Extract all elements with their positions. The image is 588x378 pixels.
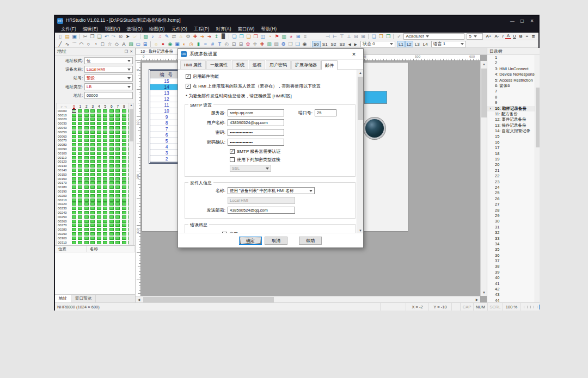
- bit-cell[interactable]: [109, 164, 114, 168]
- bit-cell[interactable]: [115, 190, 120, 193]
- font-size-combo[interactable]: 5: [467, 33, 483, 40]
- bit-cell[interactable]: [97, 114, 101, 117]
- bit-cell[interactable]: [115, 237, 120, 240]
- menu-item[interactable]: 选项(O): [124, 26, 145, 33]
- bit-cell[interactable]: [109, 202, 114, 206]
- keypad-icon[interactable]: ⊡: [230, 41, 237, 47]
- bit-cell[interactable]: [122, 131, 126, 134]
- bit-cell[interactable]: [97, 190, 101, 193]
- smtp-auth-checkbox[interactable]: ✓: [230, 149, 235, 154]
- image-icon[interactable]: ▨: [142, 33, 149, 40]
- bit-cell[interactable]: [122, 173, 126, 176]
- bit-cell[interactable]: [84, 156, 89, 159]
- bit-cell[interactable]: [115, 207, 120, 210]
- bit-cell[interactable]: [90, 122, 95, 125]
- bit-cell[interactable]: [97, 109, 101, 113]
- hand-icon[interactable]: ☞: [131, 33, 138, 40]
- bit-cell[interactable]: [84, 169, 89, 172]
- bit-cell[interactable]: [122, 109, 126, 113]
- bit-cell[interactable]: [122, 152, 126, 155]
- close-button[interactable]: ✕: [528, 17, 536, 24]
- bit-cell[interactable]: [122, 220, 126, 223]
- bit-cell[interactable]: [78, 228, 82, 231]
- layer-front-icon[interactable]: ❏: [370, 33, 377, 40]
- tree-item[interactable]: 14: 自定义报警记录: [487, 128, 535, 134]
- bit-cell[interactable]: [122, 181, 126, 184]
- tree-item[interactable]: 15: [487, 134, 535, 139]
- italic-button[interactable]: I: [500, 34, 505, 39]
- bit-cell[interactable]: [122, 126, 126, 129]
- menu-item[interactable]: 窗口(W): [235, 26, 258, 33]
- dialog-scrollbar[interactable]: ▲ ▼: [357, 70, 363, 234]
- align-bottom-icon[interactable]: ⊥: [345, 33, 352, 40]
- bit-cell[interactable]: [84, 237, 89, 240]
- bit-cell[interactable]: [72, 194, 76, 197]
- bit-cell[interactable]: [90, 181, 95, 184]
- state-next-button[interactable]: ▶: [353, 41, 359, 47]
- bit-cell[interactable]: [109, 126, 114, 129]
- window-teal-icon[interactable]: ❐: [238, 33, 245, 40]
- bit-cell[interactable]: [115, 215, 120, 219]
- align-top-icon[interactable]: ⊤: [338, 33, 345, 40]
- bit-cell[interactable]: [115, 109, 120, 113]
- bit-cell[interactable]: [103, 202, 107, 206]
- led-icon[interactable]: ●: [160, 41, 167, 47]
- bit-cell[interactable]: [103, 190, 107, 193]
- bit-cell[interactable]: [78, 232, 82, 236]
- histogram-icon[interactable]: ▥: [266, 41, 273, 47]
- bit-cell[interactable]: [97, 241, 101, 244]
- curve-icon[interactable]: ⌒: [71, 41, 78, 47]
- star-icon[interactable]: ☆: [106, 41, 113, 47]
- bit-cell[interactable]: [97, 237, 101, 240]
- scroll-left-icon[interactable]: ◀: [136, 296, 142, 303]
- bit-cell[interactable]: [122, 169, 126, 172]
- ok-button[interactable]: 确定: [239, 237, 262, 245]
- bit-cell[interactable]: [109, 114, 114, 117]
- scroll-right-icon[interactable]: ▶: [474, 296, 480, 303]
- menu-item[interactable]: 绘图(D): [146, 26, 168, 33]
- underline-button[interactable]: U: [511, 34, 518, 39]
- bit-cell[interactable]: [78, 164, 82, 168]
- bit-cell[interactable]: [72, 215, 76, 219]
- bit-cell[interactable]: [84, 109, 89, 113]
- bit-cell[interactable]: [97, 131, 101, 134]
- ellipse-icon[interactable]: ○: [85, 41, 92, 47]
- blue-rectangle-widget[interactable]: [364, 91, 387, 104]
- sound-icon[interactable]: ♪: [149, 33, 156, 40]
- language-chip-L2[interactable]: L2: [405, 41, 413, 47]
- tree-item[interactable]: 41: [487, 281, 535, 287]
- same-height-icon[interactable]: ⊞: [359, 33, 366, 40]
- bit-cell[interactable]: [103, 173, 107, 176]
- arrow-go-icon[interactable]: ➜: [206, 33, 213, 40]
- bit-cell[interactable]: [109, 156, 114, 159]
- bit-cell[interactable]: [78, 114, 82, 117]
- bit-cell[interactable]: [78, 169, 82, 172]
- bit-cell[interactable]: [115, 156, 120, 159]
- bit-cell[interactable]: [72, 173, 76, 176]
- chart-icon[interactable]: ▥: [280, 33, 287, 40]
- bit-cell[interactable]: [97, 126, 101, 129]
- bargraph-icon[interactable]: ▮: [195, 41, 202, 47]
- new-icon[interactable]: ▯: [57, 33, 64, 40]
- bit-cell[interactable]: [78, 131, 82, 134]
- bit-cell[interactable]: [122, 139, 126, 142]
- bit-cell[interactable]: [109, 117, 114, 121]
- numeric-icon[interactable]: #: [209, 41, 216, 47]
- tree-item[interactable]: 22: [487, 173, 535, 179]
- bit-cell[interactable]: [78, 190, 82, 193]
- bit-cell[interactable]: [90, 190, 95, 193]
- menu-item[interactable]: 编辑(E): [80, 26, 101, 33]
- text-icon[interactable]: A: [120, 41, 127, 47]
- bit-cell[interactable]: [84, 220, 89, 223]
- bit-cell[interactable]: [78, 194, 82, 197]
- bit-cell[interactable]: [72, 199, 76, 202]
- music-icon[interactable]: ♫: [156, 33, 163, 40]
- bit-cell[interactable]: [72, 143, 76, 146]
- bit-cell[interactable]: [72, 114, 76, 117]
- font-color-button[interactable]: A: [505, 33, 511, 39]
- same-width-icon[interactable]: ⊟: [352, 33, 359, 40]
- tree-item[interactable]: 42: [487, 287, 535, 292]
- bit-cell[interactable]: [109, 177, 114, 181]
- bit-cell[interactable]: [90, 232, 95, 236]
- bit-cell[interactable]: [122, 228, 126, 231]
